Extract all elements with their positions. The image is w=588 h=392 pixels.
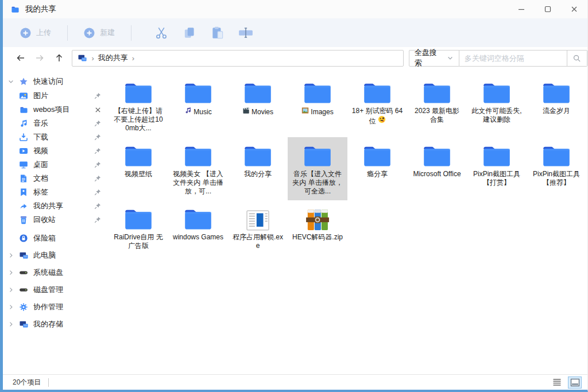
sidebar-item-label: 回收站 (33, 215, 56, 225)
file-item[interactable]: 【右键上传】请不要上传超过100mb大... (109, 74, 168, 137)
folder-icon (123, 140, 154, 168)
folder-icon (481, 140, 512, 168)
file-item[interactable]: Images (288, 74, 347, 137)
sidebar-item-系统磁盘[interactable]: 系统磁盘 (3, 264, 109, 281)
copy-button[interactable] (176, 25, 203, 40)
file-item-text: 视频壁纸 (125, 170, 152, 178)
pin-icon[interactable] (94, 216, 102, 224)
file-item-text: 【右键上传】请不要上传超过100mb大... (114, 107, 163, 132)
chevron-right-icon[interactable] (7, 269, 16, 276)
sidebar-item-此电脑[interactable]: 此电脑 (3, 247, 109, 264)
sidebar-item-文档[interactable]: 文档 (3, 172, 109, 185)
sidebar-item-图片[interactable]: 图片 (3, 89, 109, 103)
sidebar-item-桌面[interactable]: 桌面 (3, 158, 109, 172)
pin-icon[interactable] (94, 202, 102, 210)
file-item[interactable]: Movies (228, 74, 288, 137)
safe-lock-icon (19, 234, 29, 243)
chevron-right-icon[interactable] (7, 286, 16, 293)
folder-icon (362, 77, 393, 105)
rename-button[interactable] (232, 25, 259, 40)
file-item[interactable]: 18+ 别试密码 64位 (347, 74, 407, 137)
pin-icon[interactable] (94, 92, 102, 100)
file-item-text: Microsoft Office (413, 170, 461, 178)
file-item[interactable]: 流金岁月 (527, 74, 586, 137)
chevron-down-icon[interactable] (7, 78, 16, 85)
file-item[interactable]: 视频壁纸 (109, 137, 168, 200)
file-item[interactable]: 此文件可能丢失,建议删除 (467, 74, 527, 137)
cut-button[interactable] (148, 25, 175, 40)
sidebar-item-label: 文档 (33, 173, 48, 184)
list-view-button[interactable] (550, 377, 564, 389)
maximize-button[interactable] (535, 0, 561, 18)
file-item-text: Movies (252, 108, 273, 116)
star-icon (19, 77, 29, 86)
file-item[interactable]: Microsoft Office (407, 137, 467, 200)
file-item[interactable]: windows Games (168, 200, 228, 263)
chevron-right-icon[interactable] (7, 304, 16, 311)
file-item-text: 此文件可能丢失,建议删除 (471, 107, 521, 123)
tag-icon (19, 188, 29, 197)
chevron-right-icon[interactable] (7, 321, 16, 328)
sidebar-item-标签[interactable]: 标签 (3, 185, 109, 199)
file-item[interactable]: RaiDrive自用 无广告版 (109, 200, 168, 263)
breadcrumb[interactable]: ›我的共享› (72, 50, 403, 67)
new-button-label: 新建 (100, 28, 115, 38)
back-icon[interactable] (11, 53, 30, 63)
chevron-down-icon (447, 55, 454, 61)
file-item-label: HEVC解码器.zip (292, 233, 343, 242)
sidebar-item-下载[interactable]: 下载 (3, 130, 109, 144)
upload-button[interactable]: 上传 (20, 28, 51, 38)
large-buttons-view-icon[interactable] (568, 377, 582, 389)
folder-small-icon (19, 106, 29, 114)
file-item[interactable]: 2023 最新电影合集 (407, 74, 467, 137)
folder-icon (362, 140, 393, 168)
forward-icon[interactable] (30, 53, 49, 63)
sidebar-item-协作管理[interactable]: 协作管理 (3, 298, 109, 316)
sidebar-item-音乐[interactable]: 音乐 (3, 117, 109, 130)
minimize-button[interactable] (508, 0, 535, 18)
sidebar-item-回收站[interactable]: 回收站 (3, 213, 109, 227)
sidebar-item-我的存储[interactable]: 我的存储 (3, 316, 109, 333)
file-item[interactable]: 程序占用解锁.exe (228, 200, 288, 263)
search-scope-dropdown[interactable]: 全盘搜索 (409, 50, 459, 67)
file-item[interactable]: Music (168, 74, 228, 137)
new-button[interactable]: 新建 (84, 28, 115, 38)
paste-button[interactable] (204, 25, 231, 40)
file-item-label: 音乐【进入文件夹内 单击播放，可全选... (292, 170, 343, 196)
chevron-right-icon[interactable] (7, 252, 16, 259)
sidebar-item-保险箱[interactable]: 保险箱 (3, 230, 109, 247)
folder-icon (541, 140, 572, 168)
file-item-label: 程序占用解锁.exe (232, 233, 284, 250)
view-mode-buttons (550, 377, 582, 389)
file-item[interactable]: PixPin截图工具【打赏】 (467, 137, 527, 200)
pin-icon[interactable] (94, 147, 102, 155)
sidebar-item-磁盘管理[interactable]: 磁盘管理 (3, 281, 109, 298)
pin-icon[interactable] (94, 188, 102, 196)
pin-icon[interactable] (94, 174, 102, 183)
status-divider (48, 378, 49, 387)
file-item[interactable]: PixPin截图工具【推荐】 (527, 137, 586, 200)
close-icon[interactable] (94, 106, 102, 114)
file-item-label: RaiDrive自用 无广告版 (113, 233, 164, 250)
paste-icon (210, 25, 225, 40)
content-area: 【右键上传】请不要上传超过100mb大...MusicMoviesImages1… (109, 69, 587, 374)
search-input[interactable] (459, 50, 567, 67)
pin-icon[interactable] (94, 119, 102, 127)
sidebar-item-视频[interactable]: 视频 (3, 144, 109, 158)
pin-icon[interactable] (94, 133, 102, 141)
file-item[interactable]: HEVC解码器.zip (288, 200, 347, 263)
file-item[interactable]: 音乐【进入文件夹内 单击播放，可全选... (288, 137, 347, 200)
search-button[interactable] (567, 50, 587, 67)
file-item[interactable]: 我的分享 (228, 137, 288, 200)
breadcrumb-segment[interactable]: 我的共享 (98, 53, 128, 63)
sidebar-item-webos项目[interactable]: webos项目 (3, 103, 109, 117)
file-item[interactable]: 视频美女 【进入文件夹内 单击播放，可... (168, 137, 228, 200)
pin-icon[interactable] (94, 161, 102, 169)
sidebar-item-我的共享[interactable]: 我的共享 (3, 199, 109, 213)
window-title: 我的共享 (25, 4, 56, 14)
up-icon[interactable] (49, 53, 68, 63)
file-item[interactable]: 瘾分享 (347, 137, 407, 200)
folder-icon (183, 140, 214, 168)
sidebar-item-快速访问[interactable]: 快速访问 (3, 74, 109, 89)
close-button[interactable] (561, 0, 587, 18)
